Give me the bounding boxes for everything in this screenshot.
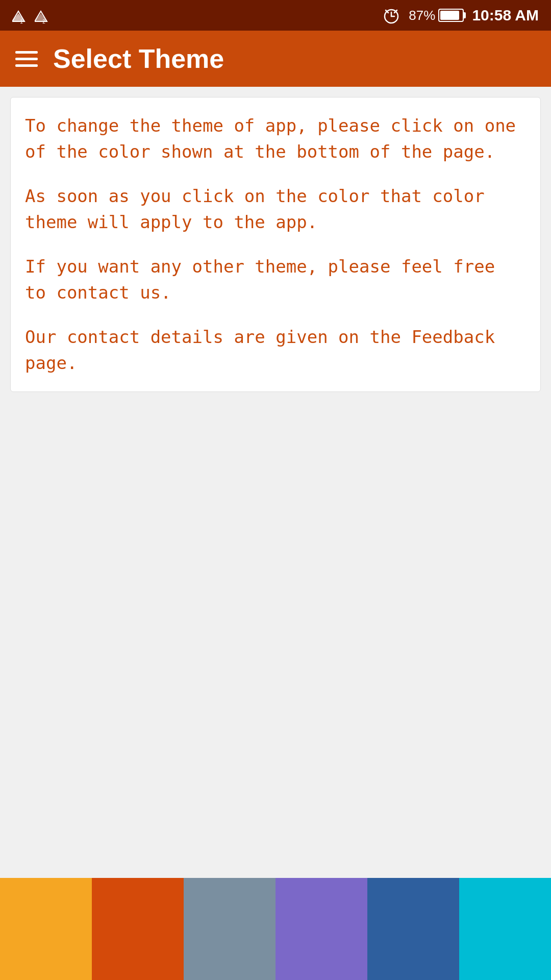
status-bar-right: 87% 10:58 AM [382, 6, 539, 24]
info-paragraph-3: If you want any other theme, please feel… [25, 254, 526, 306]
svg-text:2: 2 [42, 19, 45, 23]
svg-text:1: 1 [20, 19, 23, 23]
swatch-teal[interactable] [459, 878, 551, 980]
signal-icon-1: 1 [12, 7, 31, 23]
swatch-slate[interactable] [184, 878, 276, 980]
signal-icon-2: 2 [35, 7, 53, 23]
swatch-orange[interactable] [0, 878, 92, 980]
info-paragraph-4: Our contact details are given on the Fee… [25, 324, 526, 376]
app-bar: Select Theme [0, 31, 551, 87]
info-paragraph-1: To change the theme of app, please click… [25, 113, 526, 165]
status-bar-left: 1 2 [12, 7, 53, 23]
page-title: Select Theme [53, 43, 224, 74]
status-time: 10:58 AM [472, 7, 539, 24]
swatch-blue[interactable] [367, 878, 459, 980]
main-content: To change the theme of app, please click… [0, 87, 551, 980]
alarm-icon [382, 6, 400, 24]
battery-icon: 87% [409, 8, 464, 23]
color-swatches-bar [0, 878, 551, 980]
swatch-red-orange[interactable] [92, 878, 184, 980]
info-card: To change the theme of app, please click… [10, 97, 541, 392]
swatch-purple[interactable] [276, 878, 367, 980]
hamburger-menu-button[interactable] [15, 51, 38, 67]
info-paragraph-2: As soon as you click on the color that c… [25, 183, 526, 235]
battery-percent: 87% [409, 8, 435, 23]
status-bar: 1 2 87% 10:58 AM [0, 0, 551, 31]
